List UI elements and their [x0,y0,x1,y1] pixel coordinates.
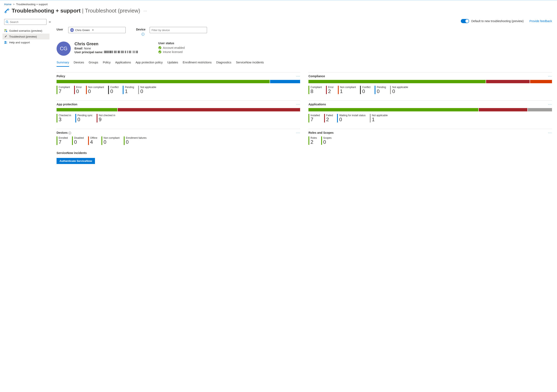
sidebar-item-help-and-support[interactable]: Help and support [2,40,49,45]
device-filter-input[interactable] [150,27,207,33]
svg-rect-23 [119,51,119,53]
card-more-icon[interactable]: ··· [296,103,300,106]
tab-updates[interactable]: Updates [167,60,178,67]
svg-rect-34 [131,51,131,53]
user-filter-label: User [57,27,68,31]
stat-failed[interactable]: Failed2 [324,114,336,122]
clear-user-icon[interactable]: ✕ [92,29,94,32]
device-filter-label: Device [136,27,146,31]
sidebar-search[interactable] [4,19,47,25]
check-icon [158,50,161,53]
troubleshoot-icon [4,8,10,14]
tab-app-protection-policy[interactable]: App protection policy [135,60,163,67]
card-title: App protection [57,103,77,106]
user-identity: CG Chris Green Email: None User principa… [57,41,140,56]
tabs: SummaryDevicesGroupsPolicyApplicationsAp… [57,60,552,67]
card-roles-and-scopes: Roles and Scopes···Roles2Scopes0 [308,129,552,145]
stat-compliant[interactable]: Compliant7 [57,86,73,94]
stat-offline[interactable]: Offline4 [88,136,100,145]
svg-rect-38 [136,51,136,53]
stat-enrollment-failures[interactable]: Enrollment failures0 [124,136,149,145]
svg-rect-16 [112,51,112,53]
sidebar-item-guided-scenarios-preview-[interactable]: Guided scenarios (preview) [2,28,49,33]
svg-rect-8 [106,51,106,53]
card-more-icon[interactable]: ··· [296,74,300,78]
stat-scopes[interactable]: Scopes0 [321,136,335,145]
svg-rect-22 [118,51,119,53]
stat-disabled[interactable]: Disabled0 [72,136,87,145]
svg-rect-7 [105,51,105,53]
breadcrumb: Home > Troubleshooting + support [0,1,557,7]
breadcrumb-home[interactable]: Home [4,3,11,6]
stat-pending[interactable]: Pending0 [375,86,389,94]
stat-compliant[interactable]: Compliant8 [308,86,325,94]
status-bar [57,108,300,111]
sidebar-item-troubleshoot-preview-[interactable]: Troubleshoot (preview) [2,33,49,40]
stat-not-applicable[interactable]: Not applicable0 [138,86,159,94]
breadcrumb-current: Troubleshooting + support [16,3,48,6]
toggle-label: Default to new troubleshooting (preview) [471,19,524,23]
card-more-icon[interactable]: ··· [548,103,552,106]
card-more-icon[interactable]: ··· [548,74,552,78]
svg-rect-30 [126,51,126,53]
card-title: Policy [57,74,65,78]
upn-redacted [104,50,140,54]
svg-rect-33 [130,51,130,53]
svg-rect-27 [123,51,123,53]
stat-waiting-for-install-status[interactable]: Waiting for install status0 [337,114,368,122]
page-header: Troubleshooting + support | Troubleshoot… [0,7,557,18]
tab-devices[interactable]: Devices [74,60,84,67]
card-more-icon[interactable]: ··· [296,131,300,134]
svg-rect-25 [121,51,122,53]
default-troubleshoot-toggle[interactable] [461,19,469,23]
svg-rect-29 [125,51,125,53]
stat-not-applicable[interactable]: Not applicable1 [370,114,391,122]
svg-rect-20 [116,51,116,53]
tab-summary[interactable]: Summary [57,60,69,67]
tab-policy[interactable]: Policy [103,60,111,67]
svg-rect-36 [134,51,134,53]
user-chip[interactable]: CG Chris Green ✕ [69,28,95,32]
svg-line-3 [8,23,8,23]
stat-non-compliant[interactable]: Non compliant0 [101,136,123,145]
svg-point-5 [6,41,7,42]
sidebar: ≪ Guided scenarios (preview)Troubleshoot… [0,19,49,170]
stat-non-compliant[interactable]: Non compliant0 [86,86,107,94]
stat-roles[interactable]: Roles2 [308,136,320,145]
status-bar [308,108,552,111]
svg-point-2 [6,21,8,23]
user-filter-input[interactable]: CG Chris Green ✕ [68,27,126,33]
tab-enrollment-restrictions[interactable]: Enrollment restrictions [183,60,212,67]
stat-non-compliant[interactable]: Non compliant1 [338,86,359,94]
stat-installed[interactable]: Installed7 [308,114,323,122]
stat-conflict[interactable]: Conflict0 [108,86,122,94]
stat-checked-in[interactable]: Checked in3 [57,114,74,122]
stat-conflict[interactable]: Conflict0 [360,86,373,94]
user-name: Chris Green [74,41,140,46]
stat-not-checked-in[interactable]: Not checked in9 [97,114,118,122]
stat-error[interactable]: Error0 [74,86,85,94]
tab-diagnostics[interactable]: Diagnostics [216,60,231,67]
stat-error[interactable]: Error2 [326,86,337,94]
tab-servicenow-incidents[interactable]: ServiceNow incidents [236,60,264,67]
search-input[interactable] [10,20,45,24]
search-icon [6,20,8,23]
stat-pending-sync[interactable]: Pending sync0 [75,114,95,122]
card-app-protection: App protection···Checked in3Pending sync… [57,100,300,122]
device-info-icon[interactable]: i [141,33,144,36]
tab-applications[interactable]: Applications [115,60,131,67]
info-icon[interactable]: i [68,132,71,134]
user-chip-avatar: CG [70,28,74,32]
svg-rect-24 [120,51,120,53]
provide-feedback-link[interactable]: Provide feedback [529,19,552,23]
stat-pending[interactable]: Pending1 [123,86,137,94]
stat-not-applicable[interactable]: Not applicable0 [390,86,411,94]
svg-rect-31 [127,51,128,53]
header-more-icon[interactable]: ··· [144,9,147,13]
tab-groups[interactable]: Groups [89,60,98,67]
card-more-icon[interactable]: ··· [548,131,552,134]
stat-enrolled[interactable]: Enrolled7 [57,136,71,145]
card-applications: Applications···Installed7Failed2Waiting … [308,100,552,122]
authenticate-servicenow-button[interactable]: Authenticate ServiceNow [57,158,95,164]
card-devices: Devicesi···Enrolled7Disabled0Offline4Non… [57,129,300,145]
